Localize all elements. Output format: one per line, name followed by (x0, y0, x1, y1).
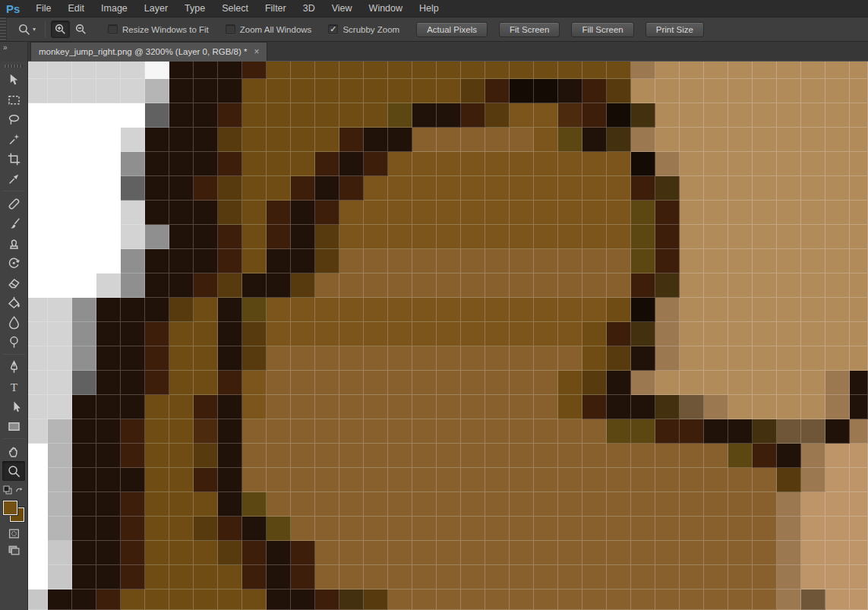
history-brush-icon (7, 256, 21, 270)
print-size-button[interactable]: Print Size (645, 22, 704, 37)
fit-screen-button[interactable]: Fit Screen (499, 22, 560, 37)
close-icon[interactable]: × (254, 46, 259, 57)
options-grip[interactable] (0, 17, 7, 41)
tool-history-brush[interactable] (2, 253, 25, 273)
fill-screen-button[interactable]: Fill Screen (571, 22, 633, 37)
image-pixel (461, 201, 485, 225)
image-pixel (28, 468, 48, 492)
image-pixel (28, 79, 48, 103)
menu-item-help[interactable]: Help (411, 3, 447, 14)
foreground-color-swatch[interactable] (3, 501, 17, 515)
tool-zoom[interactable] (2, 461, 25, 481)
menu-item-layer[interactable]: Layer (136, 3, 176, 14)
image-pixel (777, 176, 801, 201)
tool-crop[interactable] (2, 149, 25, 169)
image-pixel (655, 249, 680, 273)
lasso-icon (7, 112, 21, 127)
tool-dodge[interactable] (2, 332, 25, 352)
screen-mode-button[interactable] (2, 542, 25, 558)
image-pixel (607, 419, 631, 444)
checkbox-box[interactable] (108, 24, 118, 34)
tool-type[interactable]: T (2, 377, 25, 397)
image-pixel (145, 62, 169, 79)
image-pixel (194, 201, 218, 225)
checkbox-box[interactable]: ✓ (328, 24, 338, 34)
image-pixel (850, 62, 868, 79)
tool-preset-picker[interactable]: ▾ (13, 23, 40, 36)
tool-eyedropper[interactable] (2, 169, 25, 188)
image-pixel (728, 322, 753, 346)
tool-paint-bucket[interactable] (2, 292, 25, 312)
tool-rectangle[interactable] (2, 416, 25, 436)
default-colors-icon[interactable] (3, 484, 12, 498)
checkbox-box[interactable] (226, 24, 235, 34)
image-pixel (412, 565, 437, 589)
image-pixel (825, 128, 850, 152)
image-pixel (461, 492, 485, 517)
image-pixel (582, 468, 607, 492)
tool-magic-wand[interactable] (2, 129, 25, 149)
tool-panel-collapse[interactable]: » (0, 42, 28, 62)
menu-item-file[interactable]: File (27, 3, 59, 14)
image-pixel (753, 419, 777, 444)
tool-panel-grip[interactable] (5, 65, 23, 68)
tool-blur[interactable] (2, 312, 25, 332)
image-pixel (655, 444, 680, 468)
menu-item-edit[interactable]: Edit (60, 3, 93, 14)
tool-lasso[interactable] (2, 109, 25, 129)
menu-item-select[interactable]: Select (213, 3, 257, 14)
image-pixel (437, 395, 461, 419)
menu-item-filter[interactable]: Filter (257, 3, 295, 14)
image-pixel (485, 371, 510, 395)
checkbox-scrubby-zoom[interactable]: ✓Scrubby Zoom (328, 24, 399, 34)
image-pixel (291, 152, 315, 176)
canvas-viewport[interactable] (28, 62, 868, 610)
image-pixel (388, 249, 412, 273)
tool-clone-stamp[interactable] (2, 233, 25, 253)
tool-eraser[interactable] (2, 273, 25, 292)
image-pixel (218, 492, 242, 517)
image-pixel (728, 371, 753, 395)
document-tab[interactable]: monkey_jump_right.png @ 3200% (Layer 0, … (30, 42, 267, 61)
document-tab-title: monkey_jump_right.png @ 3200% (Layer 0, … (39, 47, 247, 56)
image-pixel (680, 225, 704, 249)
menu-item-view[interactable]: View (324, 3, 361, 14)
swap-colors-icon[interactable] (14, 484, 24, 498)
tool-hand[interactable] (2, 441, 25, 461)
tool-brush[interactable] (2, 213, 25, 233)
tool-pen[interactable] (2, 357, 25, 377)
blur-icon (7, 315, 21, 330)
image-pixel (655, 468, 680, 492)
menu-item-image[interactable]: Image (93, 3, 136, 14)
image-pixel (728, 79, 753, 103)
tool-rectangular-marquee[interactable] (2, 90, 25, 109)
options-separator (45, 21, 46, 38)
image-pixel (801, 298, 825, 322)
image-pixel (169, 444, 194, 468)
quick-mask-button[interactable] (2, 525, 25, 542)
image-pixel (631, 565, 655, 589)
image-pixel (753, 298, 777, 322)
image-pixel (558, 201, 582, 225)
checkbox-resize-windows-to-fit[interactable]: Resize Windows to Fit (108, 24, 209, 34)
image-pixel (680, 395, 704, 419)
menu-item-type[interactable]: Type (176, 3, 213, 14)
checkbox-zoom-all-windows[interactable]: Zoom All Windows (226, 24, 312, 34)
image-pixel (267, 395, 291, 419)
tool-path-selection[interactable] (2, 397, 25, 416)
image-pixel (218, 128, 242, 152)
menu-item-3d[interactable]: 3D (295, 3, 324, 14)
image-pixel (242, 589, 267, 610)
menu-item-window[interactable]: Window (361, 3, 411, 14)
actual-pixels-button[interactable]: Actual Pixels (416, 22, 488, 37)
image-pixel (412, 273, 437, 298)
tool-spot-healing-brush[interactable] (2, 194, 25, 213)
image-pixel (607, 322, 631, 346)
checkbox-label: Resize Windows to Fit (122, 25, 209, 34)
image-pixel (825, 273, 850, 298)
image-pixel (72, 444, 96, 468)
zoom-out-button[interactable] (71, 21, 90, 38)
tool-move[interactable] (2, 70, 25, 90)
zoom-in-button[interactable] (51, 21, 70, 38)
image-pixel (291, 589, 315, 610)
